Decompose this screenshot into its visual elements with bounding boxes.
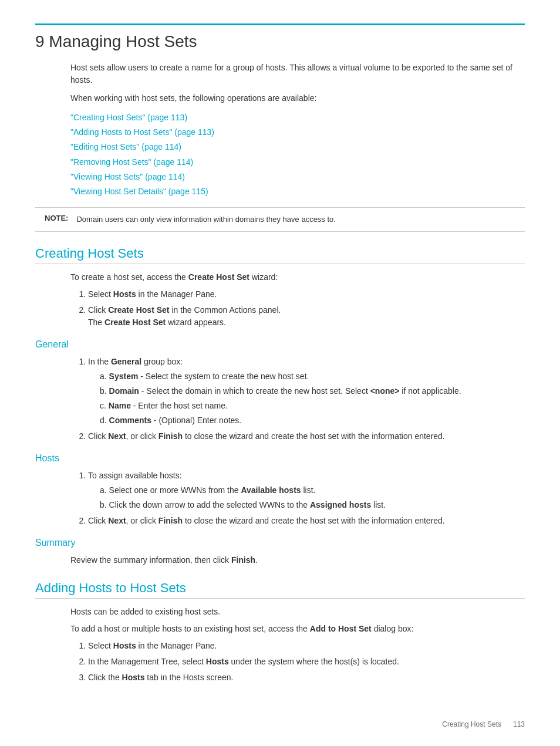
hosts-step-1: To assign available hosts: Select one or… xyxy=(88,470,525,511)
adding-step-2: In the Management Tree, select Hosts und… xyxy=(88,656,525,668)
creating-step-1: Select Hosts in the Manager Pane. xyxy=(88,288,525,301)
subsection-summary: Summary xyxy=(35,538,525,548)
note-label: NOTE: xyxy=(45,214,68,222)
intro-para-2: When working with host sets, the followi… xyxy=(70,92,525,104)
creating-intro: To create a host set, access the Create … xyxy=(70,271,525,283)
adding-intro-2: To add a host or multiple hosts to an ex… xyxy=(70,623,525,635)
subsection-general: General xyxy=(35,339,525,350)
hosts-sub-b: Click the down arrow to add the selected… xyxy=(100,499,525,511)
subsection-hosts: Hosts xyxy=(35,453,525,464)
note-text: Domain users can only view information w… xyxy=(76,214,336,225)
section-adding-hosts: Adding Hosts to Host Sets xyxy=(35,580,525,599)
toc-link-0[interactable]: "Creating Host Sets" (page 113) xyxy=(70,110,525,125)
toc-link-3[interactable]: "Removing Host Sets" (page 114) xyxy=(70,155,525,170)
intro-para-1: Host sets allow users to create a name f… xyxy=(70,62,525,86)
creating-steps: Select Hosts in the Manager Pane. Click … xyxy=(88,288,525,329)
hosts-step-2: Click Next, or click Finish to close the… xyxy=(88,515,525,527)
footer-label: Creating Host Sets xyxy=(442,720,501,728)
general-sub-a: System - Select the system to create the… xyxy=(100,370,525,383)
general-sub-c: Name - Enter the host set name. xyxy=(100,400,525,412)
summary-text: Review the summary information, then cli… xyxy=(70,554,525,566)
toc-list: "Creating Host Sets" (page 113) "Adding … xyxy=(70,110,525,199)
section-creating-host-sets: Creating Host Sets xyxy=(35,246,525,264)
adding-step-1: Select Hosts in the Manager Pane. xyxy=(88,640,525,652)
footer-page: 113 xyxy=(513,720,525,728)
note-box: NOTE: Domain users can only view informa… xyxy=(35,207,525,232)
general-step-2: Click Next, or click Finish to close the… xyxy=(88,430,525,443)
hosts-sub-a: Select one or more WWNs from the Availab… xyxy=(100,484,525,497)
page-title: 9 Managing Host Sets xyxy=(35,23,525,51)
general-step-1: In the General group box: System - Selec… xyxy=(88,356,525,427)
creating-step-2: Click Create Host Set in the Common Acti… xyxy=(88,304,525,329)
adding-intro-1: Hosts can be added to existing host sets… xyxy=(70,606,525,618)
toc-link-5[interactable]: "Viewing Host Set Details" (page 115) xyxy=(70,184,525,199)
adding-step-3: Click the Hosts tab in the Hosts screen. xyxy=(88,671,525,684)
toc-link-1[interactable]: "Adding Hosts to Host Sets" (page 113) xyxy=(70,125,525,140)
toc-link-4[interactable]: "Viewing Host Sets" (page 114) xyxy=(70,170,525,184)
adding-steps: Select Hosts in the Manager Pane. In the… xyxy=(88,640,525,684)
hosts-steps: To assign available hosts: Select one or… xyxy=(88,470,525,527)
general-steps: In the General group box: System - Selec… xyxy=(88,356,525,443)
general-sub-b: Domain - Select the domain in which to c… xyxy=(100,385,525,397)
footer: Creating Host Sets 113 xyxy=(442,720,525,728)
toc-link-2[interactable]: "Editing Host Sets" (page 114) xyxy=(70,140,525,154)
general-sub-d: Comments - (Optional) Enter notes. xyxy=(100,414,525,427)
